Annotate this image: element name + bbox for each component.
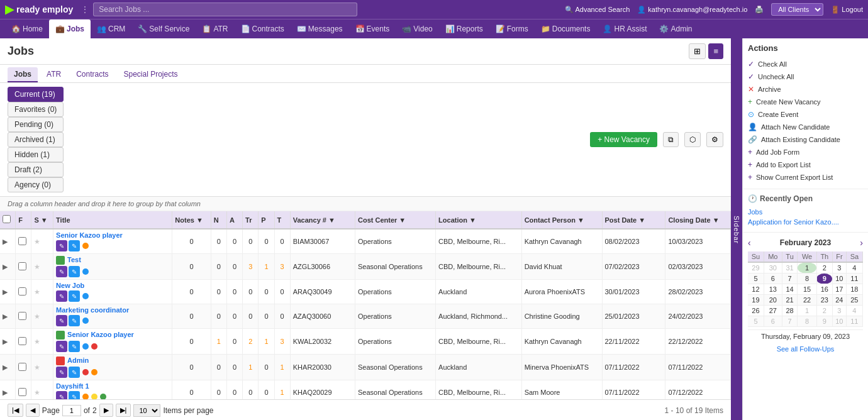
col-header[interactable]: T (274, 211, 290, 229)
table-row[interactable]: ▶★ Senior Kazoo player ✎ ✎ 000000BIAM300… (0, 229, 731, 254)
edit-purple-btn[interactable]: ✎ (56, 266, 67, 277)
row-favorite-checkbox[interactable] (16, 304, 31, 329)
expand-icon[interactable]: ▶ (3, 288, 8, 296)
edit-purple-btn[interactable]: ✎ (56, 240, 67, 251)
cal-next-btn[interactable]: › (860, 238, 863, 248)
cal-day-cell[interactable]: 30 (764, 262, 782, 274)
cal-day-cell[interactable]: 13 (764, 284, 782, 295)
cal-prev-btn[interactable]: ‹ (748, 238, 751, 248)
cal-day-cell[interactable]: 23 (816, 295, 832, 306)
cal-day-cell[interactable]: 21 (782, 295, 798, 306)
cal-day-cell[interactable]: 12 (748, 284, 764, 295)
filter-tab[interactable]: Hidden (1) (8, 147, 64, 162)
nav-item-self-service[interactable]: 🔧Self Service (131, 19, 196, 38)
row-expand[interactable]: ▶ (0, 254, 16, 280)
star-icon[interactable]: ★ (34, 288, 40, 296)
edit-purple-btn[interactable]: ✎ (56, 367, 67, 378)
cal-day-cell[interactable]: 7 (782, 316, 798, 327)
cal-day-cell[interactable]: 3 (832, 306, 846, 316)
nav-item-home[interactable]: 🏠Home (5, 19, 49, 38)
job-title-link[interactable]: Senior Kazoo player (56, 331, 134, 338)
page-number-input[interactable] (62, 405, 81, 416)
edit-blue-btn[interactable]: ✎ (69, 367, 80, 378)
recent-link[interactable]: Jobs (748, 207, 863, 217)
expand-icon[interactable]: ▶ (3, 238, 8, 245)
expand-icon[interactable]: ▶ (3, 338, 8, 345)
row-favorite-checkbox[interactable] (16, 329, 31, 355)
edit-purple-btn[interactable]: ✎ (56, 290, 67, 302)
col-header[interactable]: Contact Person ▼ (521, 211, 602, 229)
cal-day-cell[interactable]: 3 (832, 262, 846, 274)
row-checkbox[interactable] (18, 237, 26, 245)
col-header[interactable]: Cost Center ▼ (355, 211, 435, 229)
action-item[interactable]: +Add to Export List (748, 158, 863, 171)
row-star[interactable]: ★ (31, 229, 53, 254)
sub-tab-special projects[interactable]: Special Projects (117, 67, 184, 82)
cal-day-cell[interactable]: 26 (748, 306, 764, 316)
cal-day-cell[interactable]: 10 (832, 274, 846, 284)
filter-tab[interactable]: Favorites (0) (8, 102, 64, 117)
star-icon[interactable]: ★ (34, 238, 40, 245)
action-item[interactable]: ✓Check All (748, 58, 863, 70)
edit-blue-btn[interactable]: ✎ (69, 266, 80, 277)
cal-day-cell[interactable]: 11 (846, 274, 862, 284)
edit-purple-btn[interactable]: ✎ (56, 315, 67, 326)
nav-item-admin[interactable]: ⚙️Admin (653, 19, 698, 38)
cal-day-cell[interactable]: 31 (782, 262, 798, 274)
filter-tab[interactable]: Archived (1) (8, 132, 64, 147)
prev-page-btn[interactable]: ◀ (26, 404, 40, 417)
expand-icon[interactable]: ▶ (3, 389, 8, 396)
job-title-link[interactable]: Test (56, 256, 81, 263)
row-expand[interactable]: ▶ (0, 280, 16, 304)
row-checkbox[interactable] (18, 363, 26, 371)
next-page-btn[interactable]: ▶ (99, 404, 113, 417)
col-header[interactable]: Title (53, 211, 172, 229)
cal-day-cell[interactable]: 18 (846, 284, 862, 295)
star-icon[interactable]: ★ (34, 312, 40, 320)
edit-blue-btn[interactable]: ✎ (69, 290, 80, 302)
row-checkbox[interactable] (18, 388, 26, 396)
col-header[interactable]: Tr (243, 211, 259, 229)
recent-link[interactable]: Application for Senior Kazo.... (748, 217, 863, 227)
cal-day-cell[interactable]: 10 (832, 316, 846, 327)
star-icon[interactable]: ★ (34, 338, 40, 345)
action-item[interactable]: 👤Attach New Candidate (748, 121, 863, 133)
cal-day-cell[interactable]: 9 (816, 274, 832, 284)
row-star[interactable]: ★ (31, 380, 53, 399)
cal-day-cell[interactable]: 27 (764, 306, 782, 316)
table-row[interactable]: ▶★ New Job ✎ ✎ 000000ARAQ30049Operations… (0, 280, 731, 304)
grid-view-btn[interactable]: ⊞ (689, 43, 706, 59)
table-row[interactable]: ▶★ Dayshift 1 ✎ ✎ 000001KHAQ20029Seasona… (0, 380, 731, 399)
nav-item-events[interactable]: 📅Events (349, 19, 396, 38)
row-star[interactable]: ★ (31, 329, 53, 355)
search-input[interactable] (93, 3, 357, 16)
row-expand[interactable]: ▶ (0, 229, 16, 254)
action-item[interactable]: +Create New Vacancy (748, 96, 863, 108)
cal-day-cell[interactable]: 14 (782, 284, 798, 295)
edit-blue-btn[interactable]: ✎ (69, 341, 80, 352)
table-row[interactable]: ▶★ Senior Kazoo player ✎ ✎ 010213KWAL200… (0, 329, 731, 355)
col-header[interactable]: Location ▼ (436, 211, 522, 229)
first-page-btn[interactable]: |◀ (8, 404, 23, 417)
col-header[interactable]: Notes ▼ (172, 211, 211, 229)
job-title-link[interactable]: Dayshift 1 (56, 382, 89, 390)
cal-day-cell[interactable]: 4 (846, 306, 862, 316)
cal-day-cell[interactable]: 19 (748, 295, 764, 306)
settings-toolbar-btn[interactable]: ⚙ (706, 132, 723, 147)
col-header[interactable]: Vacancy # ▼ (290, 211, 355, 229)
cal-day-cell[interactable]: 6 (764, 316, 782, 327)
sidebar-toggle[interactable]: Sidebar (731, 38, 742, 420)
job-title-link[interactable]: New Job (56, 282, 84, 289)
printer-icon[interactable]: 🖨️ (755, 6, 764, 14)
edit-purple-btn[interactable]: ✎ (56, 341, 67, 352)
col-header[interactable]: N (211, 211, 226, 229)
cal-day-cell[interactable]: 1 (798, 262, 816, 274)
nav-item-crm[interactable]: 👥CRM (91, 19, 131, 38)
nav-item-hr-assist[interactable]: 👤HR Assist (596, 19, 653, 38)
edit-purple-btn[interactable]: ✎ (56, 391, 67, 399)
cal-day-cell[interactable]: 24 (832, 295, 846, 306)
row-expand[interactable]: ▶ (0, 380, 16, 399)
sub-tab-contracts[interactable]: Contracts (70, 67, 114, 82)
action-item[interactable]: +Show Current Export List (748, 171, 863, 184)
action-item[interactable]: ✓Uncheck All (748, 70, 863, 83)
